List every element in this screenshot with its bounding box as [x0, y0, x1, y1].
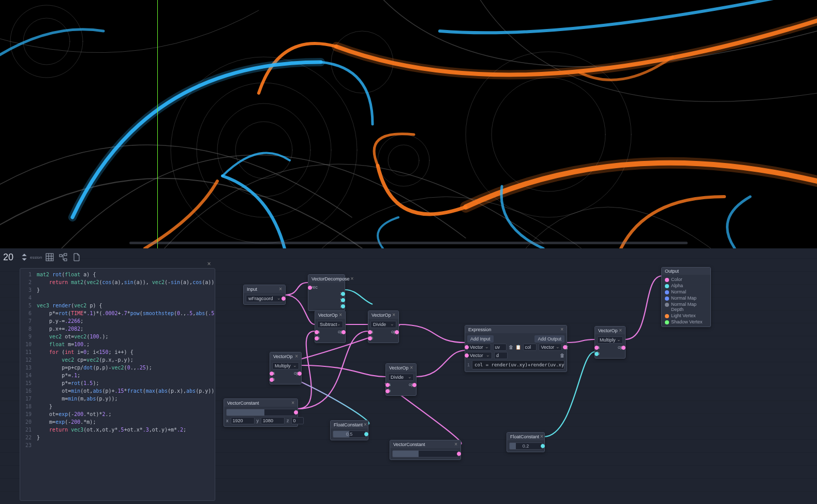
x-field[interactable]: [231, 417, 255, 424]
close-icon[interactable]: ×: [409, 365, 414, 370]
y-field[interactable]: [261, 417, 285, 424]
node-input[interactable]: Input× wFragcoord: [243, 285, 286, 305]
add-input-button[interactable]: Add Input: [467, 335, 494, 343]
node-vectorop-divide-2[interactable]: VectorOp× Divide aop b: [385, 363, 417, 396]
type-select[interactable]: Vector: [467, 344, 491, 351]
node-float-constant-2[interactable]: FloatConstant× 0.2: [507, 432, 545, 452]
viewport[interactable]: [0, 0, 817, 248]
close-icon[interactable]: ×: [294, 353, 299, 359]
node-title: VectorOp: [389, 365, 409, 370]
copy-icon[interactable]: 📋: [515, 345, 521, 350]
node-title: VectorConstant: [227, 401, 259, 406]
close-icon[interactable]: ×: [290, 400, 295, 406]
node-title: FloatConstant: [510, 434, 539, 439]
output-port[interactable]: Normal Map Depth: [664, 301, 708, 313]
op-select[interactable]: Multiply: [597, 336, 623, 344]
node-vector-constant[interactable]: VectorConstant× x y z: [224, 398, 298, 427]
close-icon[interactable]: ×: [338, 312, 343, 318]
close-icon[interactable]: ×: [539, 434, 544, 439]
op-select[interactable]: Multiply: [272, 362, 299, 369]
node-title: Input: [247, 287, 257, 292]
op-select[interactable]: Divide: [370, 321, 396, 328]
output-port[interactable]: Color: [664, 276, 708, 283]
node-title: Expression: [468, 327, 492, 332]
node-title: VectorOp: [318, 313, 338, 318]
node-float-constant-1[interactable]: FloatConstant× 0.5: [330, 420, 368, 440]
type-select[interactable]: Vector: [467, 352, 492, 359]
close-icon[interactable]: ×: [278, 286, 283, 292]
op-select[interactable]: Subtract: [317, 321, 343, 328]
close-icon[interactable]: ×: [559, 327, 565, 332]
node-vector-constant-2[interactable]: VectorConstant×: [390, 440, 461, 460]
node-title: VectorOp: [372, 313, 391, 318]
node-title: FloatConstant: [334, 422, 363, 427]
z-field[interactable]: [291, 417, 304, 424]
node-vectorop-multiply[interactable]: VectorOp× Multiply aop b: [270, 352, 302, 384]
close-icon[interactable]: ×: [618, 328, 623, 333]
out-name-field[interactable]: [523, 344, 537, 351]
node-vector-decompose[interactable]: VectorDecompose× vec x y z: [308, 274, 345, 311]
node-title: VectorOp: [598, 328, 618, 333]
viewport-guide-line: [157, 0, 158, 248]
node-vectorop-divide-1[interactable]: VectorOp× Divide aop b: [368, 310, 399, 343]
node-title: VectorDecompose: [311, 276, 350, 281]
node-title: Output: [665, 269, 679, 274]
node-title: VectorOp: [273, 354, 293, 359]
input-select[interactable]: wFragcoord: [246, 295, 283, 302]
shader-graph-panel[interactable]: 20 ession × 1mat2 rot(float a) {2 return…: [0, 248, 817, 504]
name-field[interactable]: [493, 344, 507, 351]
output-port[interactable]: Shadow Vertex: [664, 319, 708, 325]
expression-code[interactable]: col = render(uv.xy)+render(uv.xy+d.xy)+r…: [472, 360, 565, 369]
node-expression[interactable]: Expression× Add Input Add Output Vector …: [465, 325, 567, 372]
close-icon[interactable]: ×: [350, 276, 355, 281]
output-port[interactable]: Normal Map: [664, 295, 708, 301]
node-vectorop-subtract[interactable]: VectorOp× Subtract aop b: [315, 310, 346, 343]
output-port[interactable]: Alpha: [664, 283, 708, 289]
name-field[interactable]: [494, 352, 508, 359]
out-type-select[interactable]: Vector: [539, 344, 562, 351]
node-vectorop-multiply-2[interactable]: VectorOp× Multiply aop b: [595, 326, 626, 359]
delete-icon[interactable]: 🗑: [560, 353, 565, 358]
output-port[interactable]: Normal: [664, 289, 708, 295]
vector-slider[interactable]: [392, 450, 458, 457]
float-slider[interactable]: 0.5: [333, 431, 366, 438]
close-icon[interactable]: ×: [453, 441, 458, 447]
close-icon[interactable]: ×: [391, 312, 396, 318]
output-port[interactable]: Light Vertex: [664, 313, 708, 319]
viewport-scrollbar[interactable]: [129, 242, 688, 244]
op-select[interactable]: Divide: [388, 374, 414, 381]
node-title: VectorConstant: [393, 442, 425, 447]
float-slider[interactable]: 0.2: [509, 442, 542, 450]
vector-slider[interactable]: [226, 409, 295, 416]
delete-icon[interactable]: 🗑: [509, 345, 513, 350]
add-output-button[interactable]: Add Output: [534, 335, 565, 343]
node-output[interactable]: Output ColorAlphaNormalNormal MapNormal …: [661, 267, 711, 327]
close-icon[interactable]: ×: [363, 422, 368, 427]
